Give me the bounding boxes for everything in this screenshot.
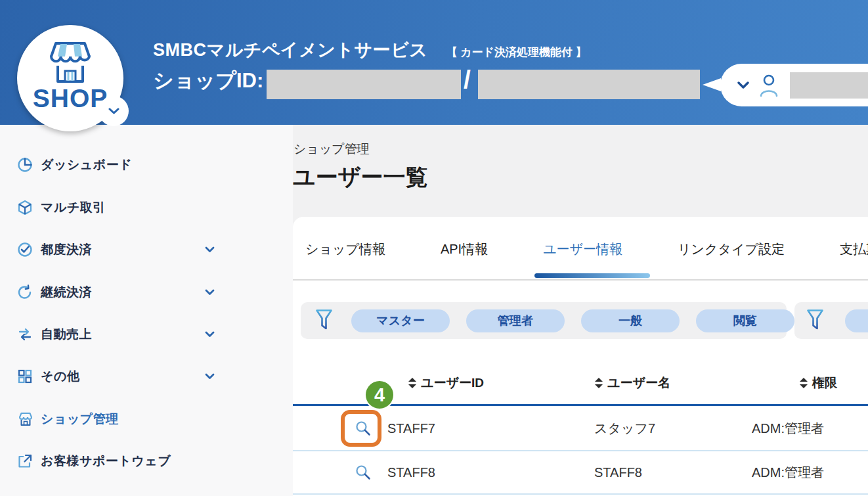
- row-divider: [293, 493, 868, 495]
- filter-icon[interactable]: [315, 309, 333, 332]
- column-header-user-name[interactable]: ユーザー名: [595, 374, 670, 392]
- bubble-tail: [703, 78, 721, 91]
- shop-name-redacted-value: [478, 70, 700, 99]
- tab-link-type-settings[interactable]: リンクタイプ設定: [678, 240, 785, 258]
- cube-icon: [17, 200, 34, 215]
- filter-chip-admin[interactable]: 管理者: [466, 309, 565, 332]
- shop-icon: [17, 411, 34, 427]
- sidebar-item-multi-transactions[interactable]: マルチ取引: [17, 196, 256, 219]
- sidebar-item-one-time-payment[interactable]: 都度決済: [17, 238, 256, 261]
- sort-icon: [595, 378, 603, 388]
- sidebar-item-recurring-payment[interactable]: 継続決済: [17, 281, 256, 304]
- sidebar-item-dashboard[interactable]: ダッシュボード: [17, 154, 256, 176]
- sidebar-item-shop-management[interactable]: ショップ管理: [17, 408, 256, 430]
- sort-icon: [800, 378, 808, 388]
- table-row: STAFF8 STAFF8 ADM:管理者: [293, 451, 868, 493]
- repeat-icon: [17, 327, 34, 342]
- logo-dropdown-button[interactable]: [98, 96, 129, 126]
- annotation-highlight-box: [341, 410, 381, 447]
- chevron-down-icon[interactable]: [737, 81, 749, 89]
- filter-chip-status[interactable]: 利用可: [845, 309, 868, 332]
- dashboard-icon: [17, 157, 34, 173]
- sidebar-item-customer-support-web[interactable]: お客様サポートウェブ: [17, 450, 256, 472]
- shop-id-redacted-value: [267, 70, 461, 99]
- tab-api-info[interactable]: API情報: [441, 240, 488, 258]
- active-tab-underline: [534, 273, 650, 278]
- cell-role: ADM:管理者: [752, 464, 824, 482]
- filter-chip-master[interactable]: マスター: [351, 309, 450, 332]
- tab-user-info[interactable]: ユーザー情報: [543, 240, 622, 258]
- role-filter-group: マスター 管理者 一般 閲覧: [301, 302, 787, 339]
- tabs-divider: [293, 279, 868, 281]
- row-detail-search-button[interactable]: [355, 464, 372, 481]
- app-header: SMBCマルチペイメントサービス 【 カード決済処理機能付 】 ショップID: …: [0, 0, 868, 125]
- tab-bar: ショップ情報 API情報 ユーザー情報 リンクタイプ設定 支払期限: [305, 240, 868, 258]
- header-title-block: SMBCマルチペイメントサービス 【 カード決済処理機能付 】: [153, 38, 587, 62]
- service-title: SMBCマルチペイメントサービス: [153, 38, 427, 62]
- external-link-icon: [17, 453, 34, 469]
- cell-user-name: STAFF8: [594, 465, 642, 480]
- page-title: ユーザー一覧: [293, 162, 428, 192]
- cell-user-name: スタッフ7: [594, 419, 655, 437]
- chevron-down-icon[interactable]: [205, 246, 215, 253]
- content-card: ショップ情報 API情報 ユーザー情報 リンクタイプ設定 支払期限 マスター 管…: [293, 217, 868, 496]
- tab-payment-due[interactable]: 支払期限: [840, 240, 868, 258]
- annotation-step-badge: 4: [364, 380, 395, 410]
- filter-chip-general[interactable]: 一般: [581, 309, 680, 332]
- shop-id-label: ショップID:: [153, 67, 263, 95]
- sidebar-nav: ダッシュボード マルチ取引 都度決済 継続決済: [0, 125, 293, 496]
- user-name-redacted-value: [790, 72, 868, 99]
- cell-role: ADM:管理者: [752, 419, 824, 437]
- column-header-user-id[interactable]: ユーザーID: [408, 374, 484, 392]
- sidebar-item-others[interactable]: その他: [17, 365, 256, 388]
- filter-chip-view[interactable]: 閲覧: [696, 309, 794, 332]
- refresh-icon: [17, 284, 34, 300]
- chevron-down-icon[interactable]: [205, 373, 215, 380]
- sort-icon: [408, 378, 416, 388]
- cell-user-id: STAFF8: [387, 465, 435, 480]
- sidebar-item-auto-sales[interactable]: 自動売上: [17, 323, 256, 346]
- storefront-icon: [42, 38, 98, 85]
- shop-id-separator: /: [464, 65, 471, 94]
- breadcrumb: ショップ管理: [293, 141, 370, 158]
- check-circle-icon: [17, 242, 34, 258]
- chevron-down-icon: [108, 108, 119, 115]
- magnifier-icon: [355, 464, 372, 481]
- status-filter-group: 利用可: [794, 302, 868, 339]
- cell-user-id: STAFF7: [387, 420, 435, 436]
- column-header-role[interactable]: 権限: [800, 374, 837, 392]
- chevron-down-icon[interactable]: [205, 289, 215, 296]
- filter-icon[interactable]: [806, 309, 824, 332]
- shop-logo[interactable]: SHOP: [17, 25, 123, 131]
- service-subtitle: 【 カード決済処理機能付 】: [446, 45, 586, 62]
- grid-icon: [17, 369, 34, 384]
- tab-shop-info[interactable]: ショップ情報: [305, 240, 385, 258]
- user-account-menu[interactable]: [720, 64, 868, 106]
- chevron-down-icon[interactable]: [205, 331, 215, 338]
- user-icon: [758, 72, 779, 99]
